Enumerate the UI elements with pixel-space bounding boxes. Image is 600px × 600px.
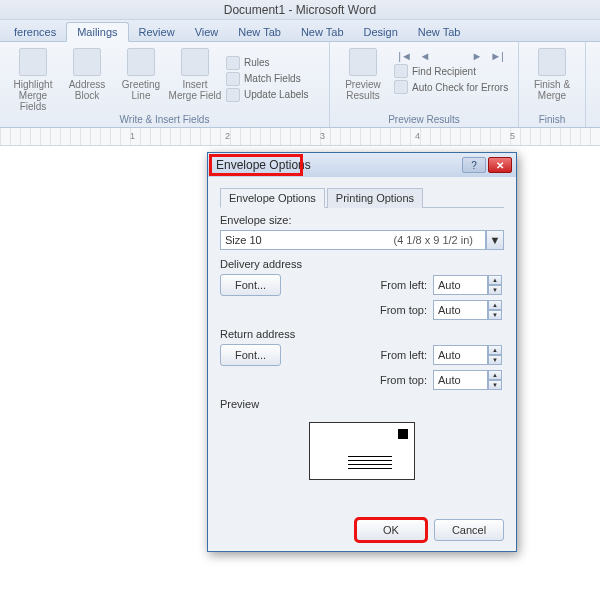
tab-references[interactable]: ferences: [4, 23, 66, 41]
group-label-write-insert: Write & Insert Fields: [6, 113, 323, 127]
ribbon-tabs: ferences Mailings Review View New Tab Ne…: [0, 20, 600, 42]
tab-view[interactable]: View: [185, 23, 229, 41]
app-titlebar: Document1 - Microsoft Word: [0, 0, 600, 20]
greeting-icon: [127, 48, 155, 76]
chevron-down-icon[interactable]: ▼: [486, 230, 504, 250]
preview-icon: [349, 48, 377, 76]
ok-button[interactable]: OK: [356, 519, 426, 541]
address-block-button[interactable]: Address Block: [60, 44, 114, 113]
tab-newtab-2[interactable]: New Tab: [291, 23, 354, 41]
group-label-preview: Preview Results: [336, 113, 512, 127]
greeting-line-button[interactable]: Greeting Line: [114, 44, 168, 113]
envelope-options-dialog: Envelope Options ? ✕ Envelope Options Pr…: [207, 152, 517, 552]
tab-newtab-3[interactable]: New Tab: [408, 23, 471, 41]
return-from-left-label: From left:: [377, 349, 433, 361]
check-icon: [394, 80, 408, 94]
return-from-left-input[interactable]: Auto: [433, 345, 488, 365]
tab-newtab-1[interactable]: New Tab: [228, 23, 291, 41]
finish-merge-button[interactable]: Finish & Merge: [525, 44, 579, 113]
delivery-from-left-label: From left:: [377, 279, 433, 291]
return-from-left-spinner[interactable]: ▲▼: [488, 345, 502, 365]
return-font-button[interactable]: Font...: [220, 344, 281, 366]
envelope-size-label: Envelope size:: [220, 214, 504, 226]
delivery-from-top-input[interactable]: Auto: [433, 300, 488, 320]
match-icon: [226, 72, 240, 86]
find-icon: [394, 64, 408, 78]
record-nav[interactable]: |◄◄►►|: [390, 44, 512, 62]
tab-review[interactable]: Review: [129, 23, 185, 41]
address-icon: [73, 48, 101, 76]
update-labels-button[interactable]: Update Labels: [226, 88, 309, 102]
envelope-size-combo[interactable]: Size 10(4 1/8 x 9 1/2 in) ▼: [220, 230, 504, 250]
cancel-button[interactable]: Cancel: [434, 519, 504, 541]
tab-envelope-options[interactable]: Envelope Options: [220, 188, 325, 208]
update-icon: [226, 88, 240, 102]
dialog-titlebar[interactable]: Envelope Options ? ✕: [208, 153, 516, 177]
tab-mailings[interactable]: Mailings: [66, 22, 128, 42]
tab-design[interactable]: Design: [354, 23, 408, 41]
tab-printing-options[interactable]: Printing Options: [327, 188, 423, 208]
return-from-top-spinner[interactable]: ▲▼: [488, 370, 502, 390]
ribbon: Highlight Merge Fields Address Block Gre…: [0, 42, 600, 128]
match-fields-button[interactable]: Match Fields: [226, 72, 309, 86]
insert-field-icon: [181, 48, 209, 76]
insert-merge-field-button[interactable]: Insert Merge Field: [168, 44, 222, 113]
group-label-finish: Finish: [525, 113, 579, 127]
rules-icon: [226, 56, 240, 70]
return-from-top-input[interactable]: Auto: [433, 370, 488, 390]
delivery-address-label: Delivery address: [220, 258, 504, 270]
delivery-font-button[interactable]: Font...: [220, 274, 281, 296]
highlight-merge-fields-button[interactable]: Highlight Merge Fields: [6, 44, 60, 113]
find-recipient-button[interactable]: Find Recipient: [394, 64, 512, 78]
envelope-preview: [309, 422, 415, 480]
dialog-help-button[interactable]: ?: [462, 157, 486, 173]
horizontal-ruler: 1 2 3 4 5: [0, 128, 600, 146]
dialog-title-text: Envelope Options: [216, 158, 460, 172]
auto-check-errors-button[interactable]: Auto Check for Errors: [394, 80, 512, 94]
dialog-close-button[interactable]: ✕: [488, 157, 512, 173]
delivery-from-left-spinner[interactable]: ▲▼: [488, 275, 502, 295]
return-from-top-label: From top:: [377, 374, 433, 386]
finish-icon: [538, 48, 566, 76]
return-address-label: Return address: [220, 328, 504, 340]
delivery-from-top-spinner[interactable]: ▲▼: [488, 300, 502, 320]
rules-button[interactable]: Rules: [226, 56, 309, 70]
delivery-from-top-label: From top:: [377, 304, 433, 316]
stamp-icon: [398, 429, 408, 439]
preview-label: Preview: [220, 398, 504, 410]
delivery-from-left-input[interactable]: Auto: [433, 275, 488, 295]
preview-results-button[interactable]: Preview Results: [336, 44, 390, 113]
highlight-icon: [19, 48, 47, 76]
